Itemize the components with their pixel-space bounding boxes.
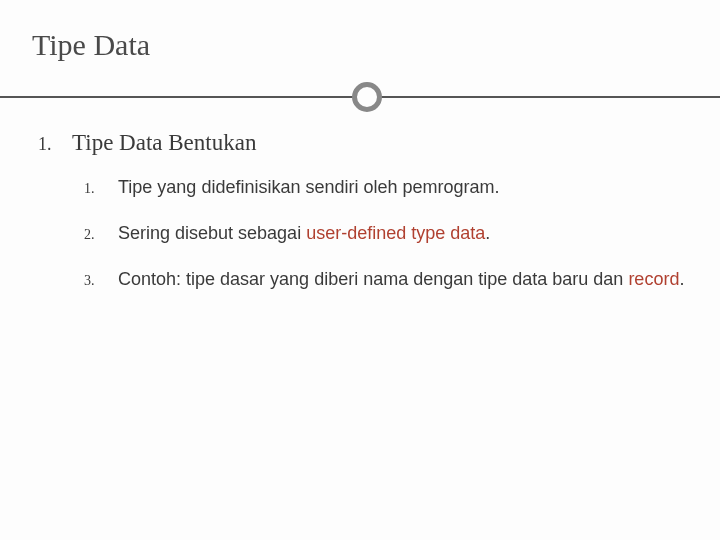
sub-marker: 3. <box>84 270 118 292</box>
main-list-item: 1. Tipe Data Bentukan <box>38 130 688 156</box>
divider <box>32 82 688 112</box>
list-item: 2. Sering disebut sebagai user-defined t… <box>84 220 688 248</box>
sub-marker: 1. <box>84 178 118 200</box>
sub-text: Sering disebut sebagai user-defined type… <box>118 220 490 248</box>
sub-list: 1. Tipe yang didefinisikan sendiri oleh … <box>38 174 688 294</box>
sub-text: Tipe yang didefinisikan sendiri oleh pem… <box>118 174 500 202</box>
slide-title: Tipe Data <box>32 28 688 62</box>
content-area: 1. Tipe Data Bentukan 1. Tipe yang didef… <box>32 130 688 294</box>
sub-marker: 2. <box>84 224 118 246</box>
ring-icon <box>352 82 382 112</box>
main-heading: Tipe Data Bentukan <box>72 130 256 156</box>
list-item: 3. Contoh: tipe dasar yang diberi nama d… <box>84 266 688 294</box>
list-item: 1. Tipe yang didefinisikan sendiri oleh … <box>84 174 688 202</box>
sub-text: Contoh: tipe dasar yang diberi nama deng… <box>118 266 684 294</box>
main-marker: 1. <box>38 134 72 155</box>
slide-container: Tipe Data 1. Tipe Data Bentukan 1. Tipe … <box>0 0 720 540</box>
